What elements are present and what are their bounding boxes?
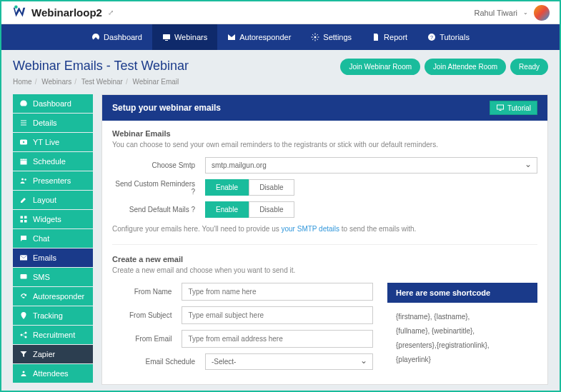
sidebar: Dashboard Details YT Live Schedule Prese… [13,94,93,385]
custom-reminders-row: Send Custom Reminders ? Enable Disable [112,179,537,196]
nav-settings[interactable]: Settings [301,24,362,50]
sidebar-item-presenters[interactable]: Presenters [13,171,93,190]
sidebar-item-widgets[interactable]: Widgets [13,210,93,228]
custom-reminders-toggle: Enable Disable [205,179,294,196]
section1-desc: You can choose to send your own email re… [112,141,537,149]
message-icon [19,273,28,281]
users-icon [19,176,28,185]
sidebar-item-dashboard[interactable]: Dashboard [13,94,93,113]
sidebar-item-emails[interactable]: Emails [13,248,93,267]
sidebar-item-attendees[interactable]: Attendees [13,364,93,383]
sidebar-item-recruitment[interactable]: Recruitment [13,326,93,344]
default-disable-button[interactable]: Disable [249,201,294,218]
help-icon: ? [427,33,436,41]
sidebar-item-chat[interactable]: Chat [13,229,93,248]
refresh-icon [19,292,28,301]
from-name-label: From Name [112,288,182,296]
nav-dashboard[interactable]: Dashboard [81,24,152,50]
crumb-webinars[interactable]: Webinars [41,78,71,86]
sidebar-item-sms[interactable]: SMS [13,268,93,286]
custom-enable-button[interactable]: Enable [205,179,249,196]
crumb-test[interactable]: Test Webinar [81,78,123,86]
page-header: Webinar Emails - Test Webinar Home/ Webi… [1,50,560,94]
sidebar-item-autoresponder[interactable]: Autoresponder [13,287,93,306]
join-webinar-button[interactable]: Join Webinar Room [340,59,420,75]
topbar: Webinarloop2 ⤢ Rahul Tiwari ⌄ [1,1,560,24]
crumb-current: Webinar Email [132,78,179,86]
join-attendee-button[interactable]: Join Attendee Room [425,59,506,75]
shortcode-line: {fullname}, {webinartitle}, [396,324,529,338]
nav-autoresponder[interactable]: Autoresponder [217,24,301,50]
sidebar-item-schedule[interactable]: Schedule [13,152,93,171]
svg-point-3 [314,36,317,39]
from-name-input[interactable] [182,283,373,301]
sidebar-item-layout[interactable]: Layout [13,191,93,209]
svg-point-9 [24,179,26,181]
from-subject-label: From Subject [112,311,182,319]
schedule-row: Email Schedule -Select- [112,353,373,370]
svg-rect-15 [21,274,27,279]
default-enable-button[interactable]: Enable [205,201,249,218]
default-mails-label: Send Default Mails ? [112,206,205,213]
tutorial-button[interactable]: Tutorial [490,101,537,115]
logo[interactable]: Webinarloop2 ⤢ [11,5,114,21]
nav-webinars[interactable]: Webinars [152,24,217,50]
svg-point-16 [21,334,23,336]
svg-text:?: ? [430,35,433,40]
svg-point-17 [25,332,27,334]
monitor-icon [162,33,171,41]
shortcode-line: {presenters},{registrationlink}, [396,338,529,353]
sidebar-item-zapier[interactable]: Zapier [13,345,93,363]
config-text: Configure your emails here. You'll need … [112,225,537,233]
people-icon [19,369,28,378]
svg-rect-1 [163,34,170,39]
content: Dashboard Details YT Live Schedule Prese… [1,94,560,385]
svg-rect-12 [21,220,24,223]
brand-text: Webinarloop2 [31,6,102,19]
from-subject-row: From Subject [112,306,373,324]
smtp-select-wrap: smtp.mailgun.org [205,157,537,174]
divider [112,244,537,245]
svg-rect-21 [500,110,502,111]
list-icon [19,119,28,127]
shortcode-column: Here are some shortcode {firstname}, {la… [387,283,537,376]
sidebar-item-tracking[interactable]: Tracking [13,306,93,325]
svg-rect-20 [497,105,504,109]
svg-rect-2 [165,40,168,41]
mail-icon [227,33,236,41]
shortcode-line: {playerlink} [396,353,529,367]
svg-rect-13 [24,220,27,223]
svg-point-8 [21,179,24,181]
from-subject-input[interactable] [182,306,373,324]
main-nav: Dashboard Webinars Autoresponder Setting… [1,24,560,50]
main-panel: Setup your webinar emails Tutorial Webin… [101,94,548,385]
expand-icon[interactable]: ⤢ [108,9,114,16]
user-menu[interactable]: Rahul Tiwari ⌄ [474,5,550,21]
schedule-select-wrap: -Select- [205,353,373,370]
nav-tutorials[interactable]: ?Tutorials [417,24,480,50]
schedule-select[interactable]: -Select- [205,353,373,370]
main-title: Setup your webinar emails [112,103,221,113]
screen-icon [496,104,505,112]
dashboard-icon [91,33,100,41]
crumb-home[interactable]: Home [13,78,32,86]
sidebar-item-ytlive[interactable]: YT Live [13,133,93,151]
smtp-select[interactable]: smtp.mailgun.org [205,157,537,174]
gauge-icon [19,99,28,108]
from-email-input[interactable] [182,330,373,348]
envelope-icon [19,253,28,262]
custom-disable-button[interactable]: Disable [249,179,294,196]
svg-point-19 [23,371,25,373]
schedule-label: Email Schedule [112,358,205,366]
nav-report[interactable]: Report [362,24,417,50]
smtp-details-link[interactable]: your SMTP details [282,225,340,233]
svg-rect-11 [24,216,27,219]
logo-icon [11,5,27,21]
sidebar-item-details[interactable]: Details [13,114,93,132]
from-email-label: From Email [112,335,182,343]
from-name-row: From Name [112,283,373,301]
calendar-icon [19,157,28,166]
ready-button[interactable]: Ready [510,59,548,75]
svg-rect-7 [21,159,27,165]
edit-icon [19,196,28,204]
